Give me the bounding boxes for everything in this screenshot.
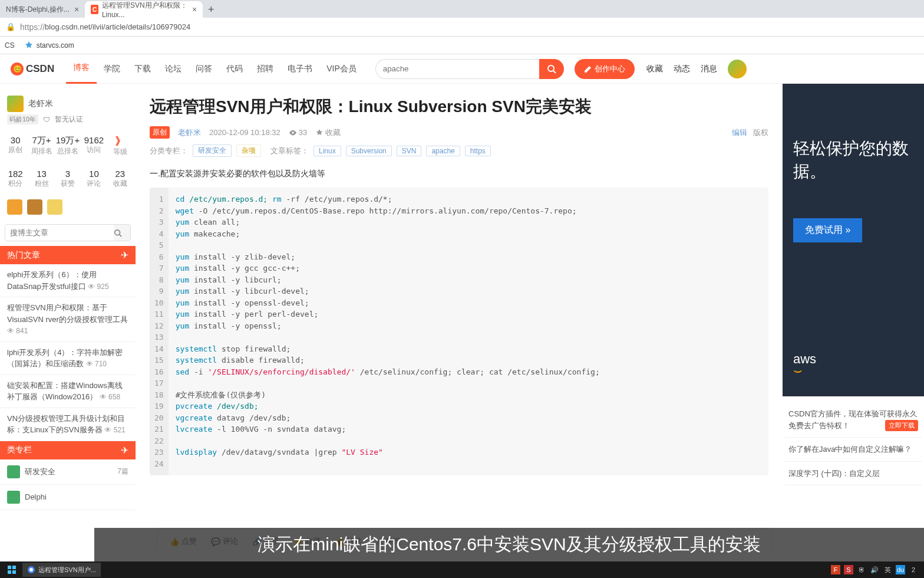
- hot-article-list: elphi开发系列（6）：使用DataSnap开发stful接口 👁 925程管…: [0, 264, 136, 441]
- search-box: [375, 59, 564, 79]
- paper-plane-icon: ✈: [121, 445, 128, 456]
- new-tab-button[interactable]: +: [203, 1, 219, 18]
- ad-button[interactable]: 免费试用 »: [793, 218, 862, 242]
- star-icon: [315, 129, 324, 137]
- pen-icon: [584, 65, 592, 73]
- section-heading: 一.配置安装源并安装必要的软件包以及防火墙等: [150, 169, 768, 179]
- author-box: 老虾米 码龄10年 🛡 暂无认证: [0, 91, 136, 129]
- nav-messages[interactable]: 消息: [701, 64, 717, 74]
- promo-item[interactable]: 你了解在Java中如何自定义注解嘛？: [785, 438, 922, 462]
- svg-line-1: [553, 71, 556, 73]
- article-tag[interactable]: SVN: [397, 146, 422, 156]
- stats-grid-2: 182积分 13粉丝 3获赞 10评论 23收藏: [0, 163, 136, 195]
- tab-title: N博客-Delphi,操作...: [6, 5, 70, 15]
- medal-icon: [7, 199, 22, 215]
- eye-icon: [289, 129, 297, 137]
- close-icon[interactable]: ×: [192, 5, 197, 14]
- tags-row: 分类专栏： 研发安全 杂项 文章标签： Linux Subversion SVN…: [150, 144, 768, 157]
- code-block[interactable]: 123456789101112131415161718192021222324 …: [150, 188, 768, 475]
- left-sidebar: 老虾米 码龄10年 🛡 暂无认证 30原创 7万+周排名 19万+总排名 916…: [0, 84, 136, 510]
- favicon-icon: C: [91, 5, 98, 14]
- medal-icon: [27, 199, 42, 215]
- article-date: 2020-12-09 10:18:32: [209, 128, 280, 137]
- svg-point-0: [548, 65, 554, 71]
- nav-jobs[interactable]: 招聘: [250, 54, 280, 84]
- cat-tag[interactable]: 杂项: [236, 144, 261, 157]
- close-icon[interactable]: ×: [74, 5, 79, 14]
- hot-article-item[interactable]: 础安装和配置：搭建Windows离线补丁服器（Window2016） 👁 658: [0, 375, 136, 408]
- nav-vip[interactable]: VIP会员: [319, 54, 364, 84]
- bookmark-item[interactable]: CS: [5, 41, 15, 50]
- category-item[interactable]: 研发安全7篇: [0, 459, 136, 485]
- nav-right: 收藏 动态 消息: [646, 60, 747, 78]
- top-nav: 😊 CSDN 博客 学院 下载 论坛 问答 代码 招聘 电子书 VIP会员 创作…: [0, 54, 924, 84]
- stats-grid-1: 30原创 7万+周排名 19万+总排名 9162访问 等级: [0, 129, 136, 163]
- category-item[interactable]: Delphi: [0, 485, 136, 510]
- right-sidebar: 轻松保护您的数据。 免费试用 » aws ⌣ CSDN官方插件，现在体验可获得永…: [783, 84, 924, 510]
- category-list: 研发安全7篇Delphi: [0, 459, 136, 510]
- original-badge: 原创: [150, 126, 170, 139]
- medals: [0, 195, 136, 219]
- nav-academy[interactable]: 学院: [97, 54, 127, 84]
- promo-item[interactable]: CSDN官方插件，现在体验可获得永久免费去广告特权！立即下载: [785, 402, 922, 438]
- code-content[interactable]: cd /etc/yum.repos.d; rm -rf /etc/yum.rep…: [169, 188, 768, 475]
- nav-code[interactable]: 代码: [219, 54, 250, 84]
- avatar[interactable]: [728, 60, 747, 78]
- article-tag[interactable]: apache: [426, 146, 460, 156]
- article-info: 原创 老虾米 2020-12-09 10:18:32 33 收藏 编辑 版权: [150, 126, 768, 139]
- level-icon: [114, 135, 126, 147]
- article-title: 远程管理SVN用户和权限：Linux Subversion SVN完美安装: [150, 96, 768, 118]
- edit-link[interactable]: 编辑: [732, 127, 747, 138]
- medal-icon: [47, 199, 62, 215]
- search-input[interactable]: [375, 59, 539, 79]
- url-text[interactable]: blog.csdn.net/ilvii/article/details/1069…: [45, 22, 190, 31]
- nav-activity[interactable]: 动态: [674, 64, 690, 74]
- fav-button[interactable]: 收藏: [315, 127, 341, 138]
- main-layout: 老虾米 码龄10年 🛡 暂无认证 30原创 7万+周排名 19万+总排名 916…: [0, 84, 924, 510]
- nav-forum[interactable]: 论坛: [158, 54, 189, 84]
- cert-text: 暂无认证: [55, 114, 83, 124]
- nav-blog[interactable]: 博客: [66, 54, 97, 84]
- hot-article-item[interactable]: elphi开发系列（6）：使用DataSnap开发stful接口 👁 925: [0, 264, 136, 297]
- view-count: 33: [289, 128, 307, 137]
- hot-article-item[interactable]: VN分级授权管理工具升级计划和目标：支Linux下的SVN服务器 👁 521: [0, 408, 136, 441]
- article-tag[interactable]: https: [465, 146, 491, 156]
- code-age-badge: 码龄10年: [7, 114, 38, 124]
- search-blog-button[interactable]: [114, 225, 130, 241]
- promo-item[interactable]: 深度学习 (十四)：自定义层: [785, 462, 922, 486]
- author-name[interactable]: 老虾米: [28, 98, 53, 109]
- logo-icon: 😊: [11, 63, 24, 75]
- hot-article-item[interactable]: lphi开发系列（4）：字符串加解密（国算法）和压缩函数 👁 710: [0, 342, 136, 375]
- shield-icon: 🛡: [43, 116, 50, 124]
- browser-tab[interactable]: N博客-Delphi,操作... ×: [0, 1, 85, 18]
- logo[interactable]: 😊 CSDN: [11, 63, 54, 75]
- article-content: 远程管理SVN用户和权限：Linux Subversion SVN完美安装 原创…: [136, 84, 783, 510]
- author-avatar[interactable]: [7, 96, 24, 112]
- hot-article-item[interactable]: 程管理SVN用户和权限：基于VisualSVN rver的分级授权管理工具 👁 …: [0, 297, 136, 342]
- svg-point-2: [115, 229, 120, 235]
- bookmarks-bar: CS starvcs.com: [0, 37, 924, 54]
- paper-plane-icon: ✈: [121, 249, 128, 261]
- article-tag[interactable]: Linux: [314, 146, 341, 156]
- article-author[interactable]: 老虾米: [178, 127, 201, 138]
- ad-box[interactable]: 轻松保护您的数据。 免费试用 » aws ⌣: [783, 84, 924, 396]
- nav-fav[interactable]: 收藏: [646, 64, 663, 74]
- svg-line-3: [120, 234, 122, 237]
- promo-button[interactable]: 立即下载: [885, 420, 918, 431]
- ad-headline: 轻松保护您的数据。: [793, 137, 913, 183]
- cat-tag[interactable]: 研发安全: [193, 144, 232, 157]
- search-button[interactable]: [539, 59, 564, 79]
- search-blog-input[interactable]: [5, 225, 114, 241]
- nav-ebook[interactable]: 电子书: [280, 54, 319, 84]
- search-icon: [547, 64, 556, 74]
- browser-tab-active[interactable]: C 远程管理SVN用户和权限：Linux... ×: [85, 1, 203, 18]
- bookmark-item[interactable]: starvcs.com: [24, 41, 74, 50]
- create-button[interactable]: 创作中心: [575, 59, 635, 79]
- promo-list: CSDN官方插件，现在体验可获得永久免费去广告特权！立即下载你了解在Java中如…: [783, 396, 924, 491]
- article-tag[interactable]: Subversion: [346, 146, 392, 156]
- nav-qa[interactable]: 问答: [189, 54, 219, 84]
- aws-logo: aws ⌣: [793, 352, 816, 379]
- cat-section-header: 类专栏 ✈: [0, 441, 136, 459]
- search-icon: [114, 229, 122, 237]
- nav-download[interactable]: 下载: [127, 54, 158, 84]
